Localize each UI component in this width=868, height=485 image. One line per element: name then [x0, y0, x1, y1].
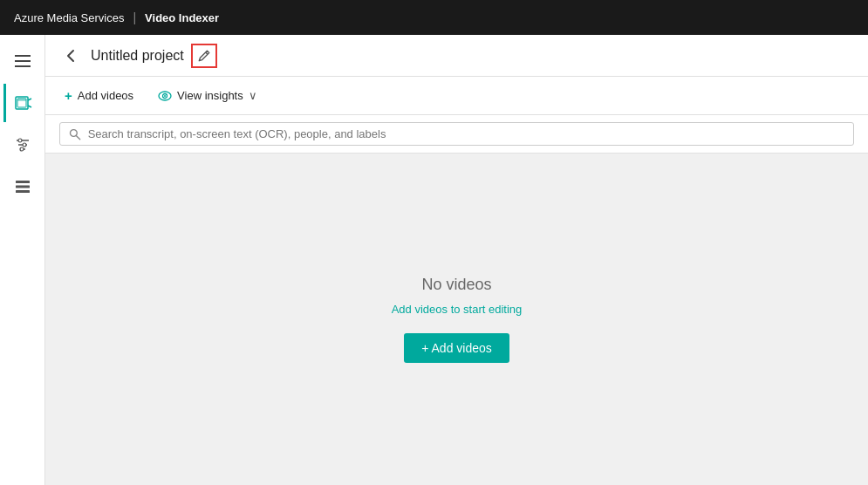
sidebar-item-list[interactable]: [3, 167, 42, 206]
sidebar-item-filter[interactable]: [3, 126, 42, 164]
no-videos-subtitle: Add videos to start editing: [392, 303, 523, 316]
svg-point-12: [23, 143, 26, 147]
search-input[interactable]: [88, 127, 844, 140]
empty-state: No videos Add videos to start editing + …: [45, 154, 868, 485]
chevron-down-icon: ∨: [249, 89, 257, 102]
no-videos-title: No videos: [421, 276, 491, 294]
filter-icon: [15, 137, 31, 153]
pencil-icon: [197, 49, 211, 63]
svg-rect-15: [16, 186, 30, 188]
svg-rect-16: [16, 190, 30, 193]
svg-line-22: [76, 135, 79, 139]
content-area: Untitled project + Add videos View: [45, 35, 868, 485]
topbar: Azure Media Services | Video Indexer: [0, 0, 868, 35]
toolbar: + Add videos View insights ∨: [45, 77, 868, 115]
edit-project-name-button[interactable]: [191, 44, 217, 68]
search-wrapper: [59, 122, 854, 146]
header: Untitled project: [45, 35, 868, 77]
video-icon: [15, 94, 32, 112]
svg-point-11: [18, 139, 22, 142]
svg-line-17: [205, 52, 207, 54]
list-icon: [15, 179, 31, 195]
svg-rect-2: [15, 65, 31, 67]
plus-icon: +: [65, 88, 72, 103]
svg-rect-14: [16, 181, 30, 183]
back-arrow-icon: [64, 48, 79, 64]
topbar-divider: |: [133, 10, 136, 24]
hamburger-icon: [15, 55, 31, 67]
sidebar-item-menu[interactable]: [3, 42, 42, 80]
back-button[interactable]: [59, 44, 84, 68]
svg-point-20: [164, 95, 166, 97]
sidebar: [0, 35, 45, 485]
search-bar: [45, 115, 868, 154]
svg-rect-5: [17, 99, 26, 101]
main-layout: Untitled project + Add videos View: [0, 35, 868, 485]
eye-icon: [158, 89, 172, 103]
svg-rect-0: [15, 55, 31, 57]
svg-point-13: [20, 147, 24, 151]
add-videos-empty-button[interactable]: + Add videos: [404, 333, 509, 363]
view-insights-button[interactable]: View insights ∨: [153, 85, 263, 106]
svg-rect-1: [15, 60, 31, 62]
search-icon: [69, 128, 81, 140]
product-name: Video Indexer: [145, 11, 219, 24]
add-videos-label: Add videos: [78, 89, 133, 102]
add-videos-toolbar-button[interactable]: + Add videos: [59, 85, 139, 106]
view-insights-label: View insights: [177, 89, 243, 102]
project-title: Untitled project: [91, 48, 184, 64]
brand-name: Azure Media Services: [14, 11, 124, 24]
add-videos-empty-label: + Add videos: [421, 341, 492, 355]
sidebar-item-video[interactable]: [3, 84, 42, 122]
